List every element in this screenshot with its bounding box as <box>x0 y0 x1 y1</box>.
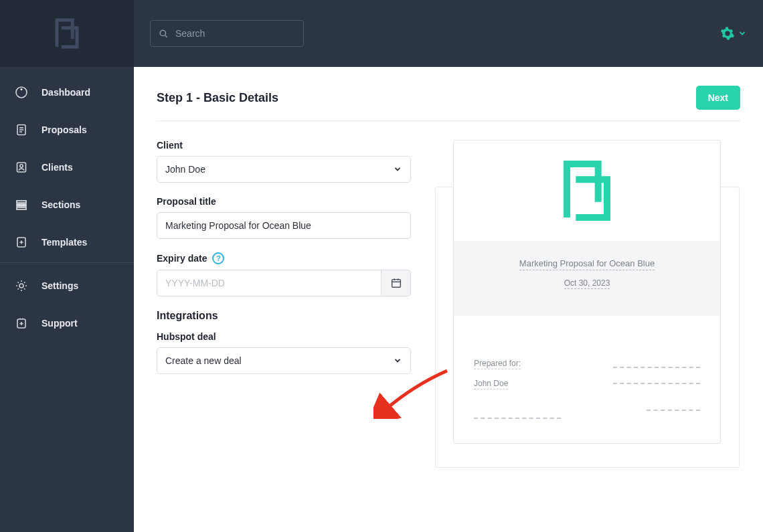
settings-icon <box>15 279 28 292</box>
svg-point-14 <box>19 284 23 288</box>
sidebar-item-label: Templates <box>41 237 87 248</box>
content: Step 1 - Basic Details Next Client John … <box>134 67 763 532</box>
svg-line-21 <box>165 35 167 37</box>
preview-logo <box>454 141 720 241</box>
hubspot-deal-select[interactable]: Create a new deal <box>157 347 411 374</box>
client-select-value: John Doe <box>165 164 205 175</box>
preview-date: Oct 30, 2023 <box>564 278 610 289</box>
expiry-label: Expiry date ? <box>157 252 411 264</box>
preview-title-band: Marketing Proposal for Ocean Blue Oct 30… <box>454 241 720 316</box>
sidebar-item-label: Support <box>41 318 78 329</box>
next-button[interactable]: Next <box>696 86 740 110</box>
sidebar-item-label: Proposals <box>41 124 87 135</box>
hubspot-select-value: Create a new deal <box>165 355 242 366</box>
chevron-down-icon <box>393 356 402 365</box>
nav-separator <box>0 262 134 263</box>
client-select[interactable]: John Doe <box>157 156 411 183</box>
svg-point-7 <box>20 165 23 167</box>
preview-column: Marketing Proposal for Ocean Blue Oct 30… <box>434 140 740 444</box>
sidebar-item-support[interactable]: Support <box>0 304 134 342</box>
sidebar-item-settings[interactable]: Settings <box>0 267 134 304</box>
expiry-input[interactable] <box>165 278 373 288</box>
prepared-for-label: Prepared for: <box>474 359 521 369</box>
integrations-heading: Integrations <box>157 310 411 322</box>
svg-point-1 <box>20 88 22 90</box>
sidebar-item-templates[interactable]: Templates <box>0 224 134 261</box>
client-icon <box>15 161 28 174</box>
svg-point-20 <box>160 30 165 35</box>
ring-icon <box>15 86 28 99</box>
proposal-title-label: Proposal title <box>157 196 411 207</box>
placeholder-line <box>613 375 700 384</box>
proposal-title-input[interactable] <box>165 220 402 231</box>
sections-icon <box>15 198 28 211</box>
content-header: Step 1 - Basic Details Next <box>157 86 740 121</box>
sidebar-item-label: Settings <box>41 280 78 291</box>
preview-title: Marketing Proposal for Ocean Blue <box>519 258 655 270</box>
sidebar-nav: Dashboard Proposals Clients Sections <box>0 67 134 342</box>
help-icon[interactable]: ? <box>212 252 224 264</box>
step-title: Step 1 - Basic Details <box>157 91 278 105</box>
proposal-title-field[interactable] <box>157 212 411 239</box>
client-label: Client <box>157 140 411 151</box>
sidebar: Dashboard Proposals Clients Sections <box>0 0 134 532</box>
svg-rect-8 <box>17 201 26 203</box>
topbar <box>134 0 763 67</box>
svg-rect-9 <box>17 204 26 206</box>
chevron-down-icon <box>738 29 747 38</box>
support-icon <box>15 317 28 330</box>
main: Step 1 - Basic Details Next Client John … <box>134 0 763 532</box>
chevron-down-icon <box>393 165 402 174</box>
sidebar-item-label: Sections <box>41 199 80 210</box>
search-input[interactable] <box>175 28 295 39</box>
placeholder-line <box>474 410 561 419</box>
sidebar-item-label: Dashboard <box>41 87 90 98</box>
preview-page: Marketing Proposal for Ocean Blue Oct 30… <box>453 140 721 444</box>
search-box[interactable] <box>150 20 304 47</box>
form-column: Client John Doe Proposal title <box>157 140 411 444</box>
expiry-field[interactable] <box>157 270 382 296</box>
svg-rect-10 <box>17 207 26 209</box>
svg-rect-22 <box>392 280 400 288</box>
calendar-icon <box>390 277 402 289</box>
sidebar-item-proposals[interactable]: Proposals <box>0 111 134 149</box>
settings-menu-toggle[interactable] <box>720 26 747 41</box>
proposal-icon <box>15 123 28 137</box>
prepared-for-name: John Doe <box>474 379 508 389</box>
sidebar-item-label: Clients <box>41 162 73 173</box>
sidebar-item-sections[interactable]: Sections <box>0 186 134 224</box>
sidebar-item-dashboard[interactable]: Dashboard <box>0 74 134 111</box>
placeholder-line <box>647 402 700 411</box>
gear-icon <box>720 26 735 41</box>
template-icon <box>15 236 28 249</box>
sidebar-item-clients[interactable]: Clients <box>0 149 134 186</box>
calendar-button[interactable] <box>382 270 411 296</box>
search-icon <box>159 29 169 39</box>
placeholder-line <box>613 359 700 368</box>
preview-footer: Prepared for: John Doe <box>454 316 720 443</box>
brand-logo <box>0 0 134 67</box>
hubspot-label: Hubspot deal <box>157 331 411 342</box>
